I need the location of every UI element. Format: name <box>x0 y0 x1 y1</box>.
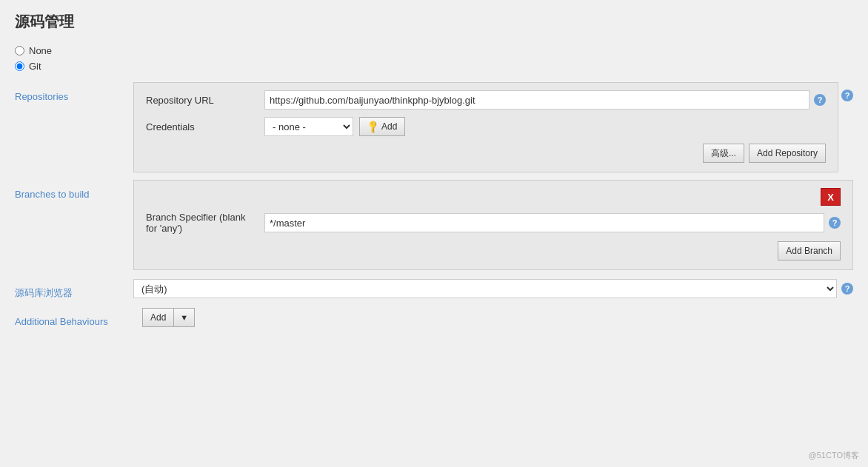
repo-url-input[interactable] <box>264 90 809 110</box>
credentials-row: Credentials - none - 🔑 Add <box>146 117 826 136</box>
credentials-controls: - none - 🔑 Add <box>264 117 405 136</box>
add-behaviour-dropdown: Add ▼ <box>142 308 195 327</box>
source-browser-label: 源码库浏览器 <box>15 278 133 300</box>
repositories-content: Repository URL ? Credentials - none - 🔑 … <box>133 82 838 172</box>
branch-specifier-label: Branch Specifier (blank for 'any') <box>146 212 264 234</box>
none-radio[interactable] <box>15 46 24 56</box>
branch-specifier-input[interactable] <box>264 213 824 232</box>
source-browser-help-icon[interactable]: ? <box>841 283 853 295</box>
credentials-select[interactable]: - none - <box>264 117 353 136</box>
branches-content: X Branch Specifier (blank for 'any') ? A… <box>133 180 853 270</box>
git-radio[interactable] <box>15 61 24 71</box>
git-radio-group: Git <box>15 61 853 72</box>
none-label[interactable]: None <box>29 45 52 56</box>
add-branch-button[interactable]: Add Branch <box>778 241 841 261</box>
x-btn-container: X <box>146 188 841 206</box>
source-browser-section: 源码库浏览器 (自动) ? <box>15 278 853 300</box>
repo-url-help-icon[interactable]: ? <box>814 94 826 106</box>
repositories-help-icon[interactable]: ? <box>841 90 853 101</box>
add-credentials-button[interactable]: 🔑 Add <box>359 117 405 136</box>
add-behaviour-button[interactable]: Add <box>142 308 173 327</box>
branches-section: Branches to build X Branch Specifier (bl… <box>15 180 853 270</box>
add-repository-button[interactable]: Add Repository <box>749 144 826 163</box>
none-radio-group: None <box>15 45 853 56</box>
credentials-label: Credentials <box>146 121 264 132</box>
branches-label: Branches to build <box>15 180 133 200</box>
remove-branch-button[interactable]: X <box>821 188 841 206</box>
repo-url-row: Repository URL ? <box>146 90 826 110</box>
add-behaviour-caret[interactable]: ▼ <box>173 308 195 327</box>
branch-buttons: Add Branch <box>146 241 841 261</box>
additional-behaviours-label: Additional Behaviours <box>15 307 133 327</box>
source-browser-select[interactable]: (自动) <box>133 279 837 298</box>
additional-behaviours-section: Additional Behaviours Add ▼ <box>15 307 853 327</box>
page-container: 源码管理 None Git Repositories Repository UR… <box>0 0 868 467</box>
repositories-label: Repositories <box>15 82 133 102</box>
watermark: @51CTO博客 <box>809 450 859 461</box>
key-icon: 🔑 <box>365 119 381 135</box>
git-label[interactable]: Git <box>29 61 41 72</box>
branch-specifier-help-icon[interactable]: ? <box>829 217 841 229</box>
page-title: 源码管理 <box>15 12 853 32</box>
advanced-button[interactable]: 高级... <box>703 144 744 163</box>
branch-specifier-row: Branch Specifier (blank for 'any') ? <box>146 212 841 234</box>
repo-buttons: 高级... Add Repository <box>146 144 826 163</box>
repo-url-label: Repository URL <box>146 95 264 106</box>
repositories-section: Repositories Repository URL ? Credential… <box>15 82 853 172</box>
